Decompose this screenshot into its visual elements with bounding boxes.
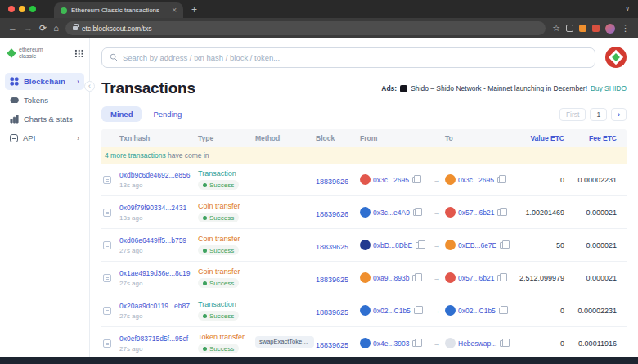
from-address-link[interactable]: 0xa9...893b [373,274,409,282]
copy-icon[interactable] [414,308,420,314]
ads-buy-shido-link[interactable]: Buy SHIDO [591,84,627,92]
from-address-link[interactable]: 0x02...C1b5 [373,307,411,315]
browser-chrome: Ethereum Classic transactions × + ∨ ← → … [0,0,638,38]
pagination-next-button[interactable]: › [611,108,627,121]
back-icon[interactable]: ← [8,24,17,33]
txn-type-label: Transaction [198,300,254,308]
txn-hash-link[interactable]: 0x09f79f90334...2431 [119,204,196,212]
txn-hash-link[interactable]: 0x0ef983715d5f...95cf [119,335,196,343]
transaction-row: 0x1ae4919d36e...8c19 27s ago Coin transf… [101,262,627,294]
arrow-right-icon: → [430,209,443,217]
block-link[interactable]: 18839626 [316,210,348,218]
sidebar-item-charts-stats[interactable]: Charts & stats [5,110,84,128]
txn-age: 27s ago [119,247,196,254]
txn-type-label: Coin transfer [198,235,254,243]
value-etc: 0 [515,339,564,348]
txn-type-label: Coin transfer [198,267,254,276]
network-logo-text[interactable]: ethereum classic [19,47,50,60]
tab-mined[interactable]: Mined [101,106,142,122]
from-address-link[interactable]: 0x3c...2695 [373,176,409,184]
etc-diamond-icon [7,48,16,57]
copy-icon[interactable] [500,242,505,249]
to-address-link[interactable]: 0x3c...2695 [458,176,494,184]
txn-hash-link[interactable]: 0xdb9c6de4692...e856 [119,171,196,179]
copy-icon[interactable] [412,177,418,183]
txn-age: 27s ago [119,345,196,353]
from-address-link[interactable]: 0xbD...8DbE [373,241,412,249]
to-address-link[interactable]: 0x02...C1b5 [458,307,496,315]
forward-icon[interactable]: → [24,24,33,33]
status-badge: Success [198,213,239,222]
copy-icon[interactable] [499,308,505,314]
browser-tab[interactable]: Ethereum Classic transactions × [54,2,183,18]
tab-close-icon[interactable]: × [172,7,177,15]
address-bar[interactable]: etc.blockscout.com/txs [65,21,546,35]
tab-search-chevron-icon[interactable]: ∨ [625,5,630,12]
transaction-row: 0xd06e6449ff5...b759 27s ago Coin transf… [101,229,627,262]
reload-icon[interactable]: ⟳ [39,24,47,33]
extension-red-icon[interactable] [592,25,600,32]
to-address-link[interactable]: 0x57...6b21 [458,209,494,217]
block-link[interactable]: 18839625 [316,243,348,251]
arrow-right-icon: → [430,176,443,184]
txn-hash-link[interactable]: 0xd06e6449ff5...b759 [119,236,196,245]
from-avatar [360,207,371,218]
sidebar-item-blockchain[interactable]: Blockchain › [5,73,84,90]
sidebar-collapse-button[interactable]: ‹ [84,81,95,92]
copy-icon[interactable] [412,275,418,281]
fee-etc: 0.000021 [566,209,617,217]
copy-icon[interactable] [412,340,418,347]
url-text: etc.blockscout.com/txs [82,25,152,33]
value-etc: 50 [515,241,564,249]
extensions-icon[interactable] [566,25,573,32]
txn-hash-link[interactable]: 0x20aa9dc0119...eb87 [119,302,196,310]
txn-age: 27s ago [119,312,196,320]
from-address-link[interactable]: 0x3c...e4A9 [373,209,410,217]
new-tab-button[interactable]: + [191,5,197,15]
col-to: To [445,134,514,142]
browser-profile-avatar[interactable] [605,24,615,34]
txn-age: 13s ago [119,214,196,222]
copy-icon[interactable] [497,177,503,183]
tab-title: Ethereum Classic transactions [71,7,168,14]
tab-pending[interactable]: Pending [153,110,182,119]
block-link[interactable]: 18839626 [316,178,348,186]
maximize-window-icon[interactable] [29,6,36,12]
sidebar-item-api[interactable]: API › [5,129,84,146]
copy-icon[interactable] [413,209,419,216]
status-dot-icon [203,249,207,253]
col-type: Type [198,134,254,142]
new-transactions-rest: have come in [166,151,209,160]
pagination-current-page[interactable]: 1 [590,108,607,121]
home-icon[interactable]: ⌂ [53,24,59,33]
from-address-link[interactable]: 0x4e...3903 [373,339,409,348]
sidebar-item-tokens[interactable]: Tokens [5,92,84,109]
copy-icon[interactable] [416,242,421,249]
extension-orange-icon[interactable] [579,25,586,32]
ads-banner: Ads: Shido – Shido Network - Mainnet lau… [381,84,627,92]
to-address-link[interactable]: 0x57...6b21 [458,274,494,282]
tx-tabs: Mined Pending [101,106,182,122]
block-link[interactable]: 18839625 [316,276,348,284]
search-input[interactable] [123,53,587,62]
to-address-link[interactable]: Hebeswap... [458,339,496,348]
fee-etc: 0.00002231 [566,176,617,184]
etc-network-logo[interactable] [605,47,627,68]
copy-icon[interactable] [497,275,503,281]
block-link[interactable]: 18839625 [316,308,348,317]
minimize-window-icon[interactable] [19,6,25,12]
transaction-doc-icon [103,307,111,315]
to-address-link[interactable]: 0xEB...6e7E [458,241,496,249]
bookmark-star-icon[interactable]: ☆ [552,24,560,33]
close-window-icon[interactable] [8,6,15,12]
copy-icon[interactable] [500,340,505,347]
browser-menu-icon[interactable]: ⋮ [621,24,630,33]
page-title: Transactions [101,79,195,97]
new-transactions-link[interactable]: 4 more transactions [105,151,166,160]
status-dot-icon [203,183,207,187]
copy-icon[interactable] [497,209,503,216]
txn-hash-link[interactable]: 0x1ae4919d36e...8c19 [119,269,196,277]
block-link[interactable]: 18839625 [316,341,348,349]
pagination-first-button[interactable]: First [559,108,586,121]
network-switcher-grid-icon[interactable] [74,49,83,57]
